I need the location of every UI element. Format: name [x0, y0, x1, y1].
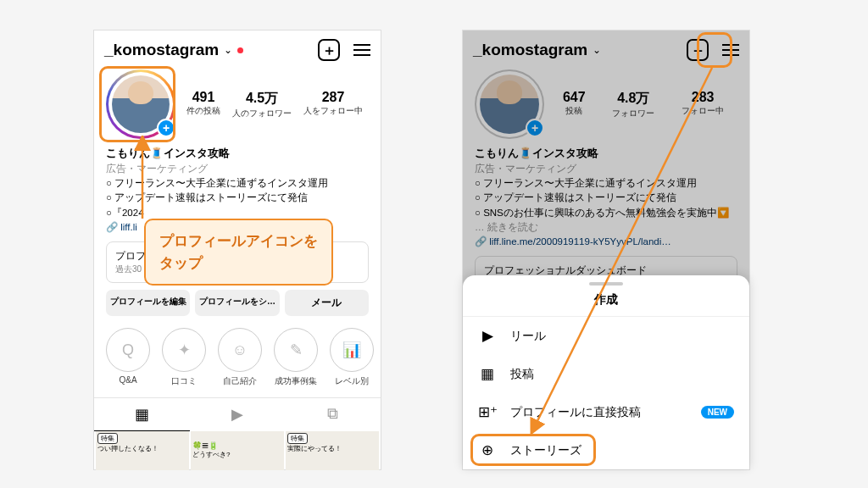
tab-reels[interactable]: ▶	[190, 398, 286, 431]
bio-line: ○ SNSのお仕事に興味のある方へ無料勉強会を実施中🔽	[475, 206, 737, 220]
chevron-down-icon[interactable]: ⌄	[593, 44, 601, 56]
sheet-item-reel[interactable]: ▶リール	[463, 317, 749, 355]
stat-following[interactable]: 287人をフォロー中	[303, 90, 363, 119]
content-tabs: ▦ ▶ ⧉	[94, 397, 381, 431]
share-profile-button[interactable]: プロフィールをシ…	[195, 290, 279, 316]
bio-line: ○ フリーランス〜大手企業に通ずるインスタ運用	[475, 176, 737, 191]
phone-right: _komostagram ⌄ ＋ + 647投稿 4.8万フォロワー 283フォ…	[462, 30, 750, 470]
new-badge: NEW	[701, 406, 734, 419]
profile-row: + 647投稿 4.8万フォロワー 283フォロー中	[463, 66, 749, 146]
category: 広告・マーケティング	[475, 162, 737, 176]
bio-line: ○ アップデート速報はストーリーズにて発信	[475, 191, 737, 205]
notification-dot	[237, 47, 243, 53]
post-thumb[interactable]: 特集実際にやってる！	[286, 431, 379, 470]
username[interactable]: _komostagram	[104, 41, 219, 59]
menu-button[interactable]	[353, 44, 370, 56]
reel-icon: ▶	[478, 327, 497, 345]
edit-profile-button[interactable]: プロフィールを編集	[106, 290, 190, 316]
highlight-qa[interactable]: QQ&A	[106, 328, 150, 387]
stat-followers[interactable]: 4.5万人のフォロワー	[232, 90, 292, 119]
chevron-down-icon[interactable]: ⌄	[224, 44, 232, 56]
stat-following[interactable]: 283フォロー中	[682, 90, 724, 119]
action-buttons: プロフィールを編集 プロフィールをシ… メール	[94, 283, 381, 323]
highlight-success[interactable]: ✎成功事例集	[274, 328, 318, 387]
highlight-intro[interactable]: ☺自己紹介	[218, 328, 262, 387]
highlight-stories-row	[470, 434, 596, 466]
read-more[interactable]: … 続きを読む	[475, 220, 737, 235]
create-button[interactable]: ＋	[318, 39, 340, 61]
post-thumb[interactable]: 特集つい押したくなる！	[96, 431, 189, 470]
bio-line: ○ アップデート速報はストーリーズにて発信	[106, 191, 369, 205]
stat-followers[interactable]: 4.8万フォロワー	[612, 90, 654, 119]
sheet-title: 作成	[463, 289, 749, 317]
highlights: QQ&A ✦口コミ ☺自己紹介 ✎成功事例集 📊レベル別	[94, 323, 381, 392]
highlight-avatar	[99, 66, 175, 142]
highlight-level[interactable]: 📊レベル別	[330, 328, 374, 387]
grid-icon: ▦	[478, 365, 497, 383]
stats: 647投稿 4.8万フォロワー 283フォロー中	[549, 90, 737, 119]
highlight-create-button	[697, 32, 732, 68]
sheet-item-post[interactable]: ▦投稿	[463, 355, 749, 393]
topbar: _komostagram ⌄ ＋	[94, 30, 381, 66]
bio-line: ○ フリーランス〜大手企業に通ずるインスタ運用	[106, 176, 369, 191]
display-name: こもりん🧵インスタ攻略	[475, 146, 737, 162]
bio-link[interactable]: 🔗 liff.line.me/2000919119-kY5YyvPL/landi…	[475, 235, 737, 249]
post-thumb[interactable]: 🍀𝌆🔋どうすべき?	[191, 431, 284, 470]
tab-tagged[interactable]: ⧉	[285, 398, 381, 431]
stat-posts[interactable]: 491件の投稿	[186, 90, 220, 119]
grid-plus-icon: ⊞⁺	[478, 403, 497, 421]
highlight-reviews[interactable]: ✦口コミ	[162, 328, 206, 387]
mail-button[interactable]: メール	[285, 290, 369, 316]
username[interactable]: _komostagram	[473, 41, 587, 59]
stats: 491件の投稿 4.5万人のフォロワー 287人をフォロー中	[181, 90, 369, 119]
sheet-handle[interactable]	[589, 282, 623, 286]
stat-posts[interactable]: 647投稿	[563, 90, 586, 119]
bio: こもりん🧵インスタ攻略 広告・マーケティング ○ フリーランス〜大手企業に通ずる…	[463, 146, 749, 249]
display-name: こもりん🧵インスタ攻略	[106, 146, 369, 162]
category: 広告・マーケティング	[106, 162, 369, 176]
add-story-badge[interactable]: +	[526, 119, 544, 137]
posts-grid: 特集つい押したくなる！ 🍀𝌆🔋どうすべき? 特集実際にやってる！	[94, 431, 381, 470]
profile-avatar[interactable]: +	[475, 69, 544, 139]
sheet-item-profile-post[interactable]: ⊞⁺プロフィールに直接投稿NEW	[463, 393, 749, 431]
callout-tap-profile: プロフィールアイコンを タップ	[144, 219, 333, 286]
tab-grid[interactable]: ▦	[94, 398, 190, 431]
